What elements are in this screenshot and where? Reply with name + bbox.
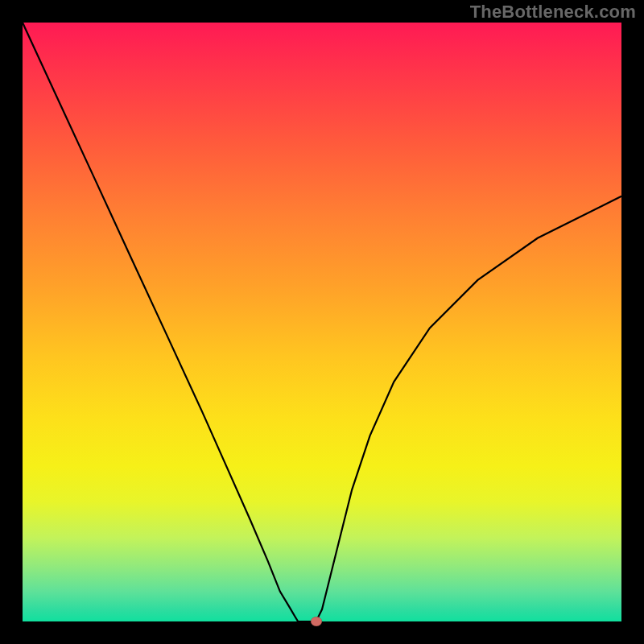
minimum-marker-dot xyxy=(311,617,322,626)
watermark-text: TheBottleneck.com xyxy=(470,2,636,23)
curve-path xyxy=(23,23,621,621)
bottleneck-curve xyxy=(23,23,621,621)
chart-frame: TheBottleneck.com xyxy=(0,0,644,644)
plot-area xyxy=(23,23,621,621)
